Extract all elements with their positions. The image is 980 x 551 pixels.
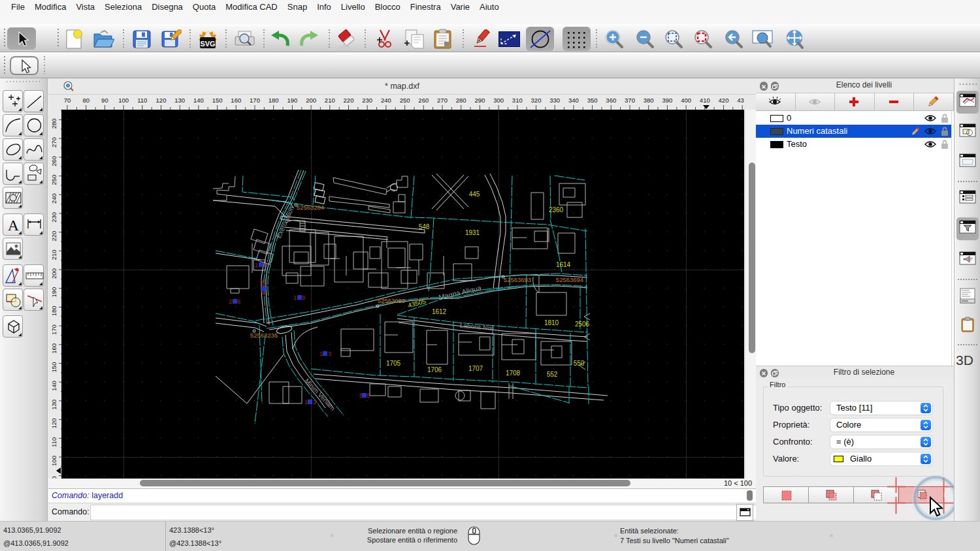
svg-text:552: 552	[547, 371, 558, 378]
svg-text:1: 1	[255, 262, 258, 268]
svg-text:550: 550	[574, 360, 585, 367]
svg-text:110: 110	[50, 437, 57, 447]
svg-text:310: 310	[512, 97, 523, 104]
svg-text:80: 80	[82, 97, 90, 104]
svg-text:380: 380	[644, 97, 654, 104]
svg-text:130: 130	[50, 400, 57, 410]
svg-text:370: 370	[625, 97, 635, 104]
svg-text:6: 6	[237, 298, 240, 305]
svg-text:9: 9	[302, 294, 305, 301]
svg-text:280: 280	[50, 118, 57, 129]
svg-text:160: 160	[231, 97, 241, 104]
svg-text:270: 270	[50, 137, 57, 148]
svg-text:1708: 1708	[506, 370, 521, 377]
svg-text:320: 320	[531, 97, 542, 104]
svg-text:240: 240	[50, 193, 57, 204]
svg-text:1707: 1707	[468, 365, 483, 372]
svg-text:400: 400	[681, 97, 691, 104]
svg-text:52563694: 52563694	[556, 276, 583, 283]
svg-text:220: 220	[50, 231, 57, 242]
svg-text:250: 250	[400, 97, 410, 104]
svg-text:A: A	[8, 217, 20, 234]
svg-text:1: 1	[293, 294, 297, 301]
svg-text:260: 260	[418, 97, 429, 104]
svg-text:230: 230	[362, 97, 372, 104]
svg-text:390: 390	[662, 97, 672, 104]
svg-text:150: 150	[50, 362, 57, 373]
svg-text:200: 200	[50, 268, 57, 279]
svg-text:200: 200	[306, 97, 316, 104]
svg-text:445: 445	[469, 191, 480, 198]
svg-text:260: 260	[50, 156, 57, 166]
svg-text:300: 300	[493, 97, 504, 104]
svg-text:2360: 2360	[549, 206, 564, 213]
svg-text:430: 430	[737, 97, 744, 104]
svg-text:130: 130	[174, 97, 185, 104]
svg-text:5: 5	[367, 392, 370, 399]
svg-text:52563284: 52563284	[297, 204, 324, 211]
svg-text:420: 420	[719, 97, 729, 104]
svg-text:100: 100	[118, 97, 129, 104]
svg-text:180: 180	[269, 97, 279, 104]
svg-text:1: 1	[304, 399, 308, 405]
svg-text:140: 140	[193, 97, 204, 104]
svg-text:120: 120	[156, 97, 167, 104]
svg-text:548: 548	[419, 223, 430, 230]
svg-text:52563236: 52563236	[250, 332, 278, 339]
svg-text:150: 150	[212, 97, 223, 104]
svg-text:1931: 1931	[465, 229, 480, 236]
svg-text:250: 250	[50, 175, 57, 185]
svg-text:170: 170	[50, 324, 57, 335]
svg-text:270: 270	[437, 97, 448, 104]
svg-text:120: 120	[50, 418, 57, 429]
svg-text:1614: 1614	[556, 261, 571, 268]
svg-text:140: 140	[50, 381, 57, 391]
svg-text:52563693: 52563693	[504, 276, 531, 283]
svg-text:190: 190	[50, 287, 57, 298]
svg-text:180: 180	[50, 306, 57, 316]
svg-text:2506: 2506	[575, 321, 590, 328]
svg-text:230: 230	[50, 212, 57, 223]
svg-text:70: 70	[64, 97, 71, 104]
svg-text:100: 100	[50, 456, 57, 466]
svg-text:190: 190	[287, 97, 297, 104]
svg-text:410: 410	[700, 97, 710, 104]
svg-text:0: 0	[263, 262, 267, 268]
svg-text:1: 1	[319, 351, 323, 357]
svg-text:2: 2	[229, 298, 232, 305]
svg-text:1706: 1706	[427, 366, 442, 373]
svg-text:170: 170	[250, 97, 260, 104]
svg-text:210: 210	[325, 97, 335, 104]
svg-text:SVG: SVG	[200, 40, 215, 48]
svg-text:330: 330	[549, 97, 560, 104]
svg-text:360: 360	[606, 97, 616, 104]
svg-text:3: 3	[313, 399, 316, 405]
svg-text:52563692: 52563692	[378, 297, 405, 304]
svg-text:1705: 1705	[386, 360, 401, 367]
svg-text:1810: 1810	[544, 319, 559, 326]
svg-text:280: 280	[456, 97, 466, 104]
svg-text:340: 340	[568, 97, 579, 104]
svg-text:110: 110	[137, 97, 147, 104]
svg-text:290: 290	[474, 97, 485, 104]
svg-text:350: 350	[587, 97, 598, 104]
svg-text:90: 90	[101, 97, 108, 104]
svg-text:1612: 1612	[432, 308, 447, 315]
svg-text:160: 160	[50, 343, 57, 354]
svg-text:3: 3	[328, 351, 331, 357]
svg-text:240: 240	[381, 97, 391, 104]
svg-text:210: 210	[50, 249, 57, 260]
svg-text:220: 220	[344, 97, 354, 104]
